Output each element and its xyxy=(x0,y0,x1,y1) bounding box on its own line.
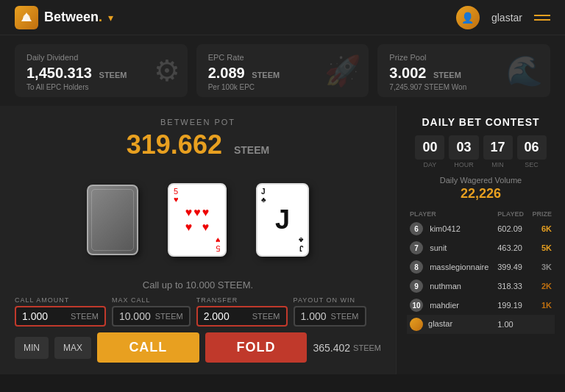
prize-cell: 3K xyxy=(528,257,555,277)
stat-card-dividend: Daily Dividend 1,450.313 STEEM To All EP… xyxy=(15,44,188,97)
countdown-day-label: DAY xyxy=(424,161,437,168)
max-call-label: MAX CALL xyxy=(112,296,191,304)
rank-cell: 10 xyxy=(407,296,427,315)
played-cell: 399.49 xyxy=(494,257,528,277)
payout-input-wrap: 1.000 STEEM xyxy=(294,306,366,327)
transfer-group: TRANSFER STEEM xyxy=(196,296,288,327)
cards-area: 5♥ ♥♥♥ ♥♥ 5♥ J♣ J J♣ xyxy=(87,169,309,271)
card-face-down xyxy=(87,185,138,255)
card-jack: J♣ J J♣ xyxy=(256,183,309,257)
user-avatar-sm xyxy=(410,318,423,331)
wagered-val: 22,226 xyxy=(407,186,555,202)
max-call-unit: STEEM xyxy=(155,312,183,321)
payout-value: 1.000 xyxy=(301,310,327,322)
played-cell: 602.09 xyxy=(494,219,528,238)
call-amount-unit: STEEM xyxy=(71,312,99,321)
table-row: 8 masslegionnaire 399.49 3K xyxy=(407,257,555,277)
countdown-hour-label: HOUR xyxy=(454,161,474,168)
header: Between. ▾ 👤 glastar xyxy=(0,0,565,35)
logo-text: Between. xyxy=(44,10,102,25)
countdown-day-val: 00 xyxy=(415,135,444,160)
table-row: 10 mahdier 199.19 1K xyxy=(407,296,555,315)
max-call-value: 10.000 xyxy=(119,310,151,322)
call-amount-label: CALL AMOUNT xyxy=(15,296,106,304)
countdown-hour-val: 03 xyxy=(449,135,478,160)
header-right: 👤 glastar xyxy=(456,6,550,29)
rank-cell: 6 xyxy=(407,219,427,238)
contest-table: Player Played Prize 6 kim0412 602.09 6K … xyxy=(407,209,555,334)
countdown-sec-label: SEC xyxy=(525,161,539,168)
countdown: 00 DAY 03 HOUR 17 MIN 06 SEC xyxy=(407,135,555,168)
pot-label: BETWEEN POT xyxy=(160,118,235,126)
prize-cell: 5K xyxy=(528,238,555,257)
svg-marker-0 xyxy=(21,13,32,21)
wagered-label: Daily Wagered Volume xyxy=(407,176,555,185)
call-button[interactable]: CALL xyxy=(97,332,199,363)
btn-row: MIN MAX CALL FOLD 365.402 STEEM xyxy=(15,332,381,363)
transfer-input-wrap[interactable]: STEEM xyxy=(196,306,288,327)
call-amount-input-wrap[interactable]: STEEM xyxy=(15,306,106,327)
rank-badge: 7 xyxy=(410,241,423,254)
countdown-min: 17 MIN xyxy=(483,135,513,168)
bet-controls: CALL AMOUNT STEEM MAX CALL 10.000 STEEM xyxy=(15,296,381,363)
player-cell: masslegionnaire xyxy=(427,257,494,277)
chevron-down-icon[interactable]: ▾ xyxy=(108,12,113,24)
rank-badge: 10 xyxy=(410,299,423,312)
fold-payout-info: 365.402 STEEM xyxy=(313,342,381,354)
min-button[interactable]: MIN xyxy=(15,337,49,359)
col-prize: Prize xyxy=(528,209,555,219)
transfer-input[interactable] xyxy=(204,310,248,322)
rank-cell: 9 xyxy=(407,277,427,296)
col-played: Played xyxy=(494,209,528,219)
table-header-row: Player Played Prize xyxy=(407,209,555,219)
countdown-min-val: 17 xyxy=(483,135,513,160)
avatar: 👤 xyxy=(456,6,480,29)
stat-icon-epc: 🚀 xyxy=(324,54,361,88)
countdown-hour: 03 HOUR xyxy=(449,135,478,168)
played-cell: 199.19 xyxy=(494,296,528,315)
table-row: 6 kim0412 602.09 6K xyxy=(407,219,555,238)
card-five-of-hearts: 5♥ ♥♥♥ ♥♥ 5♥ xyxy=(168,183,227,257)
fold-payout-value: 365.402 xyxy=(313,342,350,354)
user-played-cell: 1.00 xyxy=(494,315,528,334)
countdown-sec-val: 06 xyxy=(517,135,547,160)
bet-fields: CALL AMOUNT STEEM MAX CALL 10.000 STEEM xyxy=(15,296,381,327)
fold-button[interactable]: FOLD xyxy=(205,332,308,363)
rank-badge: 6 xyxy=(410,222,423,235)
payout-group: PAYOUT ON WIN 1.000 STEEM xyxy=(294,296,366,327)
rank-cell: 8 xyxy=(407,257,427,277)
game-panel: BETWEEN POT 319.662 STEEM 5♥ ♥♥♥ ♥♥ 5♥ J… xyxy=(0,106,396,374)
table-row: 7 sunit 463.20 5K xyxy=(407,238,555,257)
rank-badge: 9 xyxy=(410,279,423,293)
call-amount-input[interactable] xyxy=(22,310,66,322)
header-left: Between. ▾ xyxy=(15,6,113,29)
countdown-day: 00 DAY xyxy=(415,135,444,168)
user-prize-cell xyxy=(528,315,555,334)
menu-icon[interactable] xyxy=(534,15,550,21)
call-amount-group: CALL AMOUNT STEEM xyxy=(15,296,106,327)
pot-value: 319.662 STEEM xyxy=(127,129,269,160)
payout-label: PAYOUT ON WIN xyxy=(294,296,366,304)
max-button[interactable]: MAX xyxy=(54,337,91,359)
max-call-input-wrap: 10.000 STEEM xyxy=(112,306,191,327)
player-cell: mahdier xyxy=(427,296,494,315)
stat-card-prize: Prize Pool 3.002 STEEM 7,245.907 STEEM W… xyxy=(377,44,550,97)
table-row: 9 nuthman 318.33 2K xyxy=(407,277,555,296)
user-avatar-cell: glastar xyxy=(407,315,494,334)
rank-cell: 7 xyxy=(407,238,427,257)
payout-unit: STEEM xyxy=(331,312,359,321)
prize-cell: 1K xyxy=(528,296,555,315)
username-label: glastar xyxy=(491,12,522,24)
fold-payout-unit: STEEM xyxy=(353,343,381,352)
max-call-group: MAX CALL 10.000 STEEM xyxy=(112,296,191,327)
played-cell: 463.20 xyxy=(494,238,528,257)
logo-icon xyxy=(15,6,38,29)
stat-icon-prize: 🌊 xyxy=(506,54,543,88)
player-cell: nuthman xyxy=(427,277,494,296)
contest-title: DAILY BET CONTEST xyxy=(407,116,555,128)
stat-icon-dividend: ⚙ xyxy=(154,54,180,88)
current-user-row: glastar 1.00 xyxy=(407,315,555,334)
prize-cell: 6K xyxy=(528,219,555,238)
contest-panel: DAILY BET CONTEST 00 DAY 03 HOUR 17 MIN … xyxy=(396,106,565,374)
col-player: Player xyxy=(407,209,494,219)
